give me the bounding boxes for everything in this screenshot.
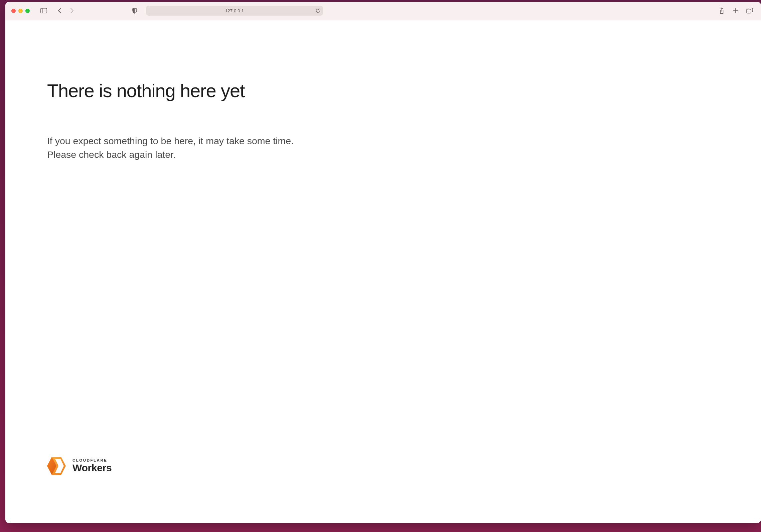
chevron-left-icon — [58, 8, 62, 14]
shield-icon — [132, 8, 137, 14]
window-maximize-button[interactable] — [25, 9, 30, 13]
browser-titlebar: 127.0.0.1 — [5, 2, 761, 20]
address-bar[interactable]: 127.0.0.1 — [146, 6, 323, 16]
window-minimize-button[interactable] — [18, 9, 23, 13]
plus-icon — [733, 8, 739, 14]
toolbar-right-group — [716, 6, 755, 15]
forward-button[interactable] — [66, 6, 77, 15]
logo-text: CLOUDFLARE Workers — [72, 459, 112, 473]
tabs-icon — [746, 8, 753, 14]
logo-main-text: Workers — [72, 463, 112, 473]
new-tab-button[interactable] — [730, 6, 741, 15]
browser-window: 127.0.0.1 — [5, 2, 761, 523]
message-line-1: If you expect something to be here, it m… — [47, 134, 761, 148]
page-heading: There is nothing here yet — [47, 80, 761, 101]
window-close-button[interactable] — [11, 9, 16, 13]
back-button[interactable] — [54, 6, 65, 15]
message-line-2: Please check back again later. — [47, 148, 761, 162]
workers-logo-icon — [47, 456, 66, 476]
reload-button[interactable] — [315, 8, 320, 14]
sidebar-icon — [40, 8, 47, 13]
sidebar-toggle-button[interactable] — [38, 6, 49, 15]
share-button[interactable] — [716, 6, 727, 15]
window-controls — [11, 9, 30, 13]
page-message: If you expect something to be here, it m… — [47, 134, 761, 162]
svg-rect-0 — [41, 8, 47, 13]
reload-icon — [315, 8, 320, 14]
privacy-report-button[interactable] — [129, 6, 140, 15]
chevron-right-icon — [70, 8, 74, 14]
tab-overview-button[interactable] — [744, 6, 755, 15]
svg-rect-7 — [747, 9, 751, 13]
cloudflare-workers-logo: CLOUDFLARE Workers — [47, 456, 112, 476]
logo-sup-text: CLOUDFLARE — [72, 459, 112, 463]
desktop-background: 127.0.0.1 — [0, 0, 761, 532]
share-icon — [719, 7, 725, 14]
address-text: 127.0.0.1 — [225, 8, 244, 13]
page-content: There is nothing here yet If you expect … — [5, 20, 761, 523]
navigation-buttons — [54, 6, 77, 15]
